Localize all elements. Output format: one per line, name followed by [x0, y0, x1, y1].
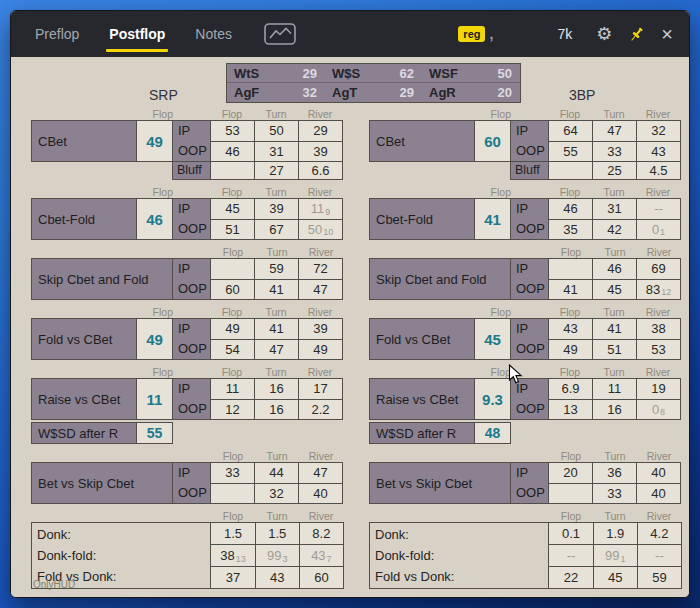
stat-cell: 46 [211, 142, 254, 162]
stat-cell: 47 [593, 121, 636, 141]
stat-cell: 35 [549, 220, 592, 240]
col-header-river: River [637, 246, 681, 258]
reg-badge[interactable]: reg [458, 26, 485, 42]
ip-label: IP [178, 379, 210, 399]
tab-notes[interactable]: Notes [195, 11, 232, 57]
ip-oop-labels: IPOOP [172, 318, 211, 360]
col-header-river: River [636, 306, 680, 318]
tab-preflop[interactable]: Preflop [35, 11, 79, 57]
col-header-turn: Turn [593, 246, 637, 258]
stat-cell: 16 [593, 400, 636, 420]
stat-cell: 41 [255, 280, 298, 300]
stat-cell [549, 259, 592, 279]
ip-oop-labels: IPOOP [510, 318, 549, 360]
col-header-flop: Flop [476, 306, 511, 318]
col-header-turn: Turn [254, 366, 298, 378]
stat-cell: 64 [549, 121, 592, 141]
stat-cell: 0.1 [549, 523, 592, 544]
donk-row-label: Donk-fold: [370, 545, 548, 566]
stat-cell: 16 [255, 400, 298, 420]
stat-label: Cbet-Fold [369, 198, 475, 240]
grid-headers: FlopFlopTurnRiver [369, 185, 685, 198]
col-header-turn: Turn [592, 186, 636, 198]
stat-cell: 6.6 [299, 162, 342, 179]
col-header-river: River [298, 108, 342, 120]
stat-cell: 33 [593, 142, 636, 162]
stat-value: 49 [136, 318, 173, 360]
stat-cell: 01 [637, 220, 680, 240]
stat-block-cbet: FlopFlopTurnRiverCBet49IPOOP535029463139… [31, 107, 347, 180]
ip-label: IP [516, 121, 548, 141]
stat-block-fold-vs-cbet: FlopFlopTurnRiverFold vs CBet45IPOOP4341… [369, 305, 685, 360]
stat-label: Fold vs CBet [31, 318, 137, 360]
col-header-flop: Flop [210, 186, 254, 198]
col-header-turn: Turn [592, 306, 636, 318]
stat-block-w-sd-after-r: W$SD after R55 [31, 422, 347, 444]
grid-headers: FlopTurnRiver [369, 245, 685, 258]
col-header-turn: Turn [254, 108, 298, 120]
stat-cell: 40 [299, 484, 342, 504]
col-header-river: River [636, 366, 680, 378]
col-header-turn: Turn [592, 366, 636, 378]
col-header-flop: Flop [138, 186, 173, 198]
ip-label: IP [178, 259, 210, 279]
col-header-flop: Flop [549, 510, 593, 522]
stat-wsf-value: 50 [474, 66, 520, 81]
close-button[interactable]: × [661, 24, 673, 44]
titlebar: Preflop Postflop Notes reg , 7k ⚙ × [11, 11, 689, 57]
settings-gear-button[interactable]: ⚙ [596, 25, 612, 43]
stat-value: 41 [474, 198, 511, 240]
stat-agt-label: AgT [325, 85, 376, 100]
stat-cell: 6.9 [549, 379, 592, 399]
graph-button[interactable] [264, 23, 296, 45]
stat-value: 60 [474, 120, 511, 162]
grid-headers: FlopTurnRiver [369, 449, 685, 462]
tab-postflop[interactable]: Postflop [109, 11, 165, 57]
ip-label: IP [178, 319, 210, 339]
stat-value: 45 [474, 318, 511, 360]
hud-content: WtS 29 W$S 62 WSF 50 AgF 32 AgT 29 AgR 2… [11, 57, 689, 598]
oop-label: OOP [516, 399, 548, 419]
oop-label: OOP [178, 399, 210, 419]
col-header-river: River [298, 366, 342, 378]
col-header-flop: Flop [211, 450, 255, 462]
stat-cell: 43 [549, 319, 592, 339]
stat-grid: 4631--354201 [548, 198, 681, 240]
col-header-turn: Turn [593, 510, 637, 522]
ip-label: IP [516, 199, 548, 219]
stat-label: Bet vs Skip Cbet [369, 462, 511, 504]
grid-headers: FlopFlopTurnRiver [369, 107, 685, 120]
stat-cell: 1.5 [211, 523, 254, 544]
pin-button[interactable] [628, 26, 645, 43]
ip-oop-labels: IPOOP [510, 198, 549, 240]
col-header-turn: Turn [254, 306, 298, 318]
stat-cell: 45 [594, 567, 637, 588]
stat-cell: 5010 [299, 220, 342, 240]
stat-grid: 535029463139 [210, 120, 343, 162]
stat-block-donk: FlopTurnRiverDonk:Donk-fold:Fold vs Donk… [369, 509, 685, 589]
stat-label: Skip Cbet and Fold [369, 258, 511, 300]
stat-cell: 44 [255, 463, 298, 483]
stat-block-skip-cbet-and-fold: FlopTurnRiverSkip Cbet and FoldIPOOP5972… [31, 245, 347, 300]
stat-cell: 13 [549, 400, 592, 420]
oop-label: OOP [178, 279, 210, 299]
col-header-flop: Flop [476, 186, 511, 198]
stat-label: W$SD after R [369, 422, 475, 444]
stat-value: 49 [136, 120, 173, 162]
col-header-river: River [636, 186, 680, 198]
oop-label: OOP [178, 483, 210, 503]
stat-label: Skip Cbet and Fold [31, 258, 173, 300]
stat-agf-value: 32 [279, 85, 325, 100]
grid-headers: FlopFlopTurnRiver [31, 365, 347, 378]
stat-cell: 2.2 [299, 400, 342, 420]
stat-cell: 49 [299, 340, 342, 360]
stat-block-raise-vs-cbet: FlopFlopTurnRiverRaise vs CBet9.3IPOOP6.… [369, 365, 685, 420]
stat-label: Raise vs CBet [31, 378, 137, 420]
stat-value: 48 [474, 422, 511, 444]
stat-cell: 72 [299, 259, 342, 279]
ip-label: IP [516, 463, 548, 483]
stat-cell [549, 484, 592, 504]
stat-cell: 19 [637, 379, 680, 399]
ip-oop-labels: IPOOP [172, 258, 211, 300]
ip-oop-labels: IPOOP [172, 462, 211, 504]
